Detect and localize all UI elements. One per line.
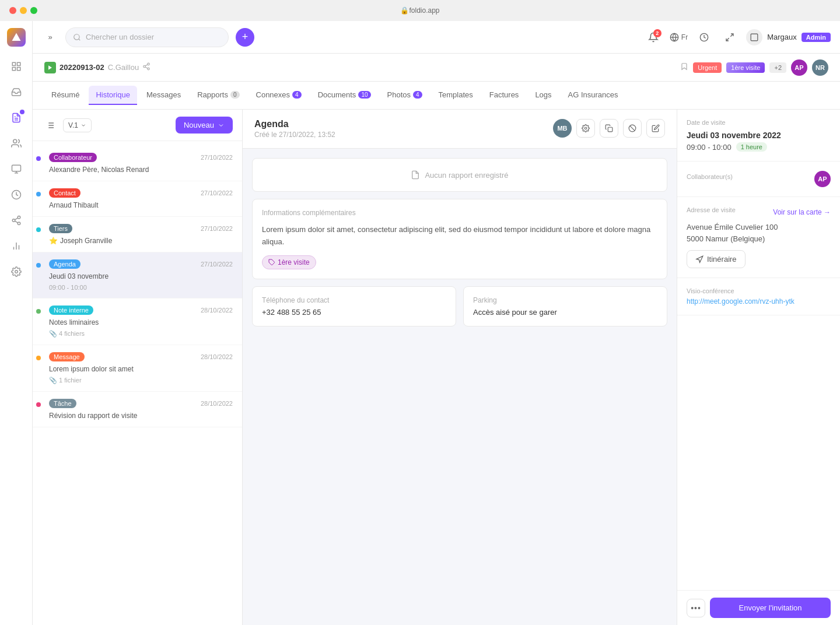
svg-rect-3 [12, 68, 15, 71]
copy-action-button[interactable] [600, 119, 618, 138]
clock-button[interactable] [695, 28, 713, 47]
tab-templates[interactable]: Templates [432, 86, 480, 105]
timeline-item-agenda[interactable]: Agenda 27/10/2022 Jeudi 03 novembre 09:0… [33, 252, 242, 299]
sidebar-item-history[interactable] [6, 184, 27, 205]
collab-section: Collaborateur(s) AP [677, 161, 840, 197]
topnav: » Chercher un dossier + 2 Fr [33, 21, 840, 54]
tl-header: Collaborateur 27/10/2022 [49, 153, 233, 162]
timeline-item-collaborateur[interactable]: Collaborateur 27/10/2022 Alexandre Père,… [33, 146, 242, 181]
bookmark-icon[interactable] [680, 62, 688, 72]
svg-rect-2 [17, 62, 20, 65]
edit-action-button[interactable] [646, 119, 665, 138]
settings-action-button[interactable] [576, 119, 595, 138]
version-selector[interactable]: V.1 [63, 118, 92, 132]
sidebar-item-inbox[interactable] [6, 82, 27, 103]
parking-label: Parking [473, 296, 657, 304]
sidebar-item-analytics[interactable] [6, 236, 27, 257]
svg-marker-0 [12, 33, 20, 41]
language-button[interactable]: Fr [670, 33, 688, 42]
timeline-item-contact[interactable]: Contact 27/10/2022 Arnaud Thibault [33, 181, 242, 217]
badge-contact: Contact [49, 188, 80, 198]
tl-header-4: Agenda 27/10/2022 [49, 259, 233, 269]
collab-label: Collaborateur(s) [687, 173, 733, 180]
collab-avatar: AP [814, 171, 831, 187]
sidebar-item-files[interactable] [6, 159, 27, 180]
svg-rect-4 [17, 68, 20, 71]
contact-phone-label: Téléphone du contact [262, 296, 446, 304]
timeline-item-tiers[interactable]: Tiers 27/10/2022 ⭐Joseph Granville [33, 217, 242, 252]
search-icon [73, 33, 81, 41]
connexes-badge: 4 [292, 91, 302, 99]
tab-factures[interactable]: Factures [482, 86, 526, 105]
add-button[interactable]: + [236, 28, 254, 47]
sidebar-item-contacts[interactable] [6, 133, 27, 154]
tab-historique[interactable]: Historique [89, 86, 137, 105]
filter-button[interactable] [42, 117, 58, 134]
tab-ag-insurances[interactable]: AG Insurances [561, 86, 625, 105]
tag-more[interactable]: +2 [769, 62, 786, 73]
time-row: 09:00 - 10:00 1 heure [687, 142, 831, 152]
badge-note: Note interne [49, 306, 93, 315]
timeline-item-message[interactable]: Message 28/10/2022 Lorem ipsum dolor sit… [33, 345, 242, 392]
sidebar-item-dashboard[interactable] [6, 56, 27, 77]
sidebar-item-tasks[interactable] [6, 107, 27, 128]
search-placeholder: Chercher un dossier [86, 33, 154, 41]
user-info[interactable]: Margaux Admin [746, 29, 831, 45]
new-button[interactable]: Nouveau [176, 117, 233, 134]
svg-rect-1 [12, 62, 15, 65]
contact-phone-col: Téléphone du contact +32 488 55 25 65 [252, 286, 456, 326]
svg-marker-29 [48, 65, 52, 70]
search-box[interactable]: Chercher un dossier [65, 27, 229, 47]
rapports-badge: 0 [230, 91, 240, 99]
more-button[interactable]: ••• [687, 599, 705, 617]
parking-col: Parking Accès aisé pour se garer [463, 286, 667, 326]
share-icon[interactable] [142, 62, 150, 72]
tl-header-7: Tâche 28/10/2022 [49, 399, 233, 408]
agenda-title: Agenda [254, 119, 335, 129]
tab-rapports[interactable]: Rapports 0 [190, 86, 246, 105]
svg-point-13 [12, 219, 15, 222]
block-action-button[interactable] [623, 119, 642, 138]
tab-messages[interactable]: Messages [139, 86, 188, 105]
sidebar-item-settings[interactable] [6, 261, 27, 282]
tab-photos[interactable]: Photos 4 [380, 86, 429, 105]
app-logo[interactable] [7, 28, 26, 47]
send-invitation-button[interactable]: Envoyer l'invitation [710, 598, 831, 618]
notifications-button[interactable]: 2 [644, 28, 663, 47]
badge-message: Message [49, 352, 85, 361]
lock-icon: 🔒 [400, 6, 409, 15]
tab-resume[interactable]: Résumé [44, 86, 86, 105]
admin-badge: Admin [802, 33, 831, 42]
svg-rect-28 [751, 34, 758, 41]
center-body: Aucun rapport enregistré Informations co… [243, 149, 677, 625]
svg-line-15 [15, 221, 18, 223]
center-title: Agenda Créé le 27/10/2022, 13:52 [254, 119, 335, 139]
time-value: 09:00 - 10:00 [687, 143, 732, 152]
lang-label: Fr [681, 33, 688, 41]
window-controls [9, 7, 37, 14]
visio-link[interactable]: http://meet.google.com/rvz-uhh-ytk [687, 297, 794, 306]
timeline-item-note[interactable]: Note interne 28/10/2022 Notes liminaires… [33, 299, 242, 345]
tab-connexes[interactable]: Connexes 4 [249, 86, 309, 105]
expand-button[interactable]: » [42, 29, 58, 45]
svg-point-41 [584, 127, 587, 129]
center-avatar: MB [553, 119, 572, 138]
tl-date-2: 27/10/2022 [201, 189, 233, 196]
avatar [746, 29, 762, 45]
badge-collaborateur: Collaborateur [49, 153, 97, 162]
fullscreen-button[interactable] [720, 28, 739, 47]
svg-line-16 [15, 218, 18, 220]
badge-tache: Tâche [49, 399, 76, 408]
close-dot[interactable] [9, 7, 16, 14]
tl-content-1: Alexandre Père, Nicolas Renard [49, 166, 233, 174]
sidebar-item-share[interactable] [6, 210, 27, 231]
tab-documents[interactable]: Documents 10 [311, 86, 378, 105]
itinerary-button[interactable]: Itinéraire [687, 250, 746, 268]
tl-header-3: Tiers 27/10/2022 [49, 224, 233, 233]
maximize-dot[interactable] [30, 7, 37, 14]
minimize-dot[interactable] [20, 7, 27, 14]
timeline-item-tache[interactable]: Tâche 28/10/2022 Révision du rapport de … [33, 392, 242, 427]
tab-logs[interactable]: Logs [528, 86, 558, 105]
map-link[interactable]: Voir sur la carte → [773, 208, 831, 216]
svg-rect-8 [12, 165, 20, 171]
